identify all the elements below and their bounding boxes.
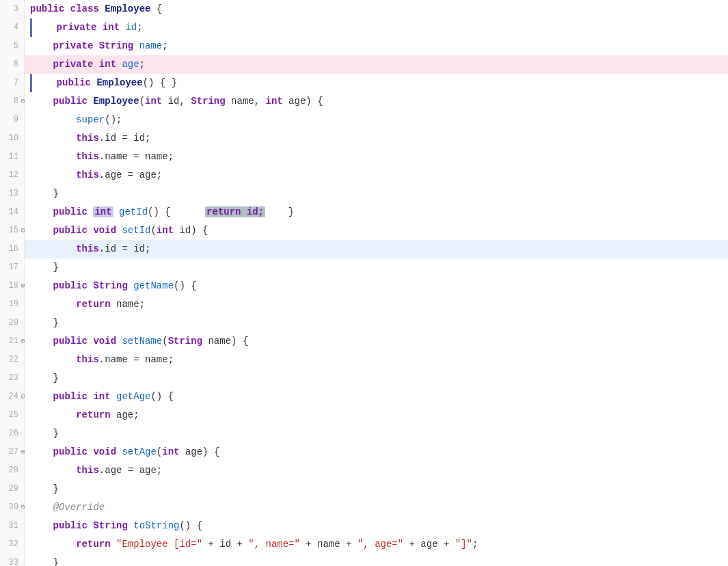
line-number-32: 32: [3, 535, 18, 554]
line-number-9: 9: [3, 111, 18, 129]
code-line-12[interactable]: this.age = age;: [25, 166, 728, 185]
code-line-3[interactable]: public class Employee {: [25, 0, 728, 18]
line-number-21: 21: [3, 332, 18, 351]
line-number-19: 19: [3, 295, 18, 314]
code-line-17[interactable]: }: [25, 258, 728, 277]
code-line-25[interactable]: return age;: [25, 406, 728, 424]
line-number-17: 17: [3, 258, 18, 277]
code-line-24[interactable]: public int getAge() {: [25, 388, 728, 406]
code-line-11[interactable]: this.name = name;: [25, 148, 728, 166]
code-line-7[interactable]: public Employee() { }: [25, 74, 728, 92]
line-numbers: 3456789101112131415161718192021222324252…: [0, 0, 25, 566]
line-number-4: 4: [3, 18, 18, 37]
code-line-5[interactable]: private String name;: [25, 37, 728, 55]
line-number-31: 31: [3, 517, 18, 535]
code-line-28[interactable]: this.age = age;: [25, 461, 728, 480]
code-line-22[interactable]: this.name = name;: [25, 351, 728, 369]
line-number-25: 25: [3, 406, 18, 424]
code-line-18[interactable]: public String getName() {: [25, 277, 728, 295]
line-number-10: 10: [3, 129, 18, 148]
code-line-6[interactable]: private int age;: [25, 55, 728, 74]
line-number-8: 8: [3, 92, 18, 111]
line-number-15: 15: [3, 221, 18, 240]
code-line-33[interactable]: }: [25, 554, 728, 566]
code-editor: 3456789101112131415161718192021222324252…: [0, 0, 728, 566]
line-number-20: 20: [3, 314, 18, 332]
line-number-7: 7: [3, 74, 18, 92]
code-line-20[interactable]: }: [25, 314, 728, 332]
line-number-30: 30: [3, 498, 18, 517]
line-number-33: 33: [3, 554, 18, 566]
code-line-4[interactable]: private int id;: [25, 18, 728, 37]
line-number-27: 27: [3, 443, 18, 461]
line-number-12: 12: [3, 166, 18, 185]
code-line-31[interactable]: public String toString() {: [25, 517, 728, 535]
code-line-10[interactable]: this.id = id;: [25, 129, 728, 148]
line-number-5: 5: [3, 37, 18, 55]
code-line-14[interactable]: public int getId() { return id; }: [25, 203, 728, 221]
line-number-23: 23: [3, 369, 18, 388]
code-line-9[interactable]: super();: [25, 111, 728, 129]
line-number-14: 14: [3, 203, 18, 221]
code-line-16[interactable]: this.id = id;: [25, 240, 728, 258]
code-line-15[interactable]: public void setId(int id) {: [25, 221, 728, 240]
code-line-27[interactable]: public void setAge(int age) {: [25, 443, 728, 461]
line-number-6: 6: [3, 55, 18, 74]
line-number-13: 13: [3, 185, 18, 203]
code-line-26[interactable]: }: [25, 424, 728, 443]
code-line-13[interactable]: }: [25, 185, 728, 203]
code-line-32[interactable]: return "Employee [id=" + id + ", name=" …: [25, 535, 728, 554]
line-number-26: 26: [3, 424, 18, 443]
line-number-24: 24: [3, 388, 18, 406]
code-line-19[interactable]: return name;: [25, 295, 728, 314]
code-line-8[interactable]: public Employee(int id, String name, int…: [25, 92, 728, 111]
line-number-11: 11: [3, 148, 18, 166]
line-number-28: 28: [3, 461, 18, 480]
code-line-21[interactable]: public void setName(String name) {: [25, 332, 728, 351]
line-number-29: 29: [3, 480, 18, 498]
code-content[interactable]: public class Employee { private int id; …: [25, 0, 728, 566]
code-line-23[interactable]: }: [25, 369, 728, 388]
line-number-16: 16: [3, 240, 18, 258]
code-line-29[interactable]: }: [25, 480, 728, 498]
code-line-30[interactable]: @Override: [25, 498, 728, 517]
line-number-18: 18: [3, 277, 18, 295]
line-number-3: 3: [3, 0, 18, 18]
line-number-22: 22: [3, 351, 18, 369]
